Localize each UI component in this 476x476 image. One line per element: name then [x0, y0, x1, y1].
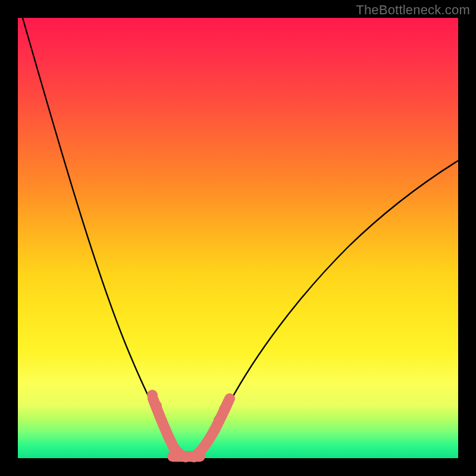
- marker-dot: [151, 400, 162, 411]
- marker-dot: [224, 393, 235, 404]
- watermark-text: TheBottleneck.com: [356, 2, 470, 18]
- marker-dot: [219, 404, 230, 415]
- left-curve: [23, 18, 181, 457]
- chart-svg: [18, 18, 458, 458]
- marker-dot: [147, 390, 158, 400]
- right-curve: [196, 161, 458, 457]
- marker-dot: [214, 415, 224, 425]
- chart-frame: TheBottleneck.com: [0, 0, 476, 476]
